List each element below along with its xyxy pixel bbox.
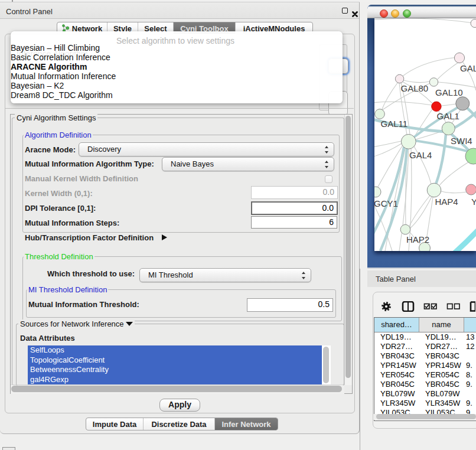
svg-text:GAL4: GAL4 [409,150,432,160]
svg-text:HAP2: HAP2 [406,234,429,244]
svg-text:GAL80: GAL80 [401,83,429,93]
svg-text:SWI4: SWI4 [451,136,472,146]
svg-text:GAL11: GAL11 [381,119,408,129]
svg-text:GAL: GAL [460,63,476,73]
svg-text:GCY1: GCY1 [374,198,398,208]
svg-text:GAL10: GAL10 [435,87,463,97]
svg-text:HAP4: HAP4 [435,197,458,207]
svg-text:Y: Y [471,197,476,207]
svg-text:GAL1: GAL1 [437,111,459,121]
